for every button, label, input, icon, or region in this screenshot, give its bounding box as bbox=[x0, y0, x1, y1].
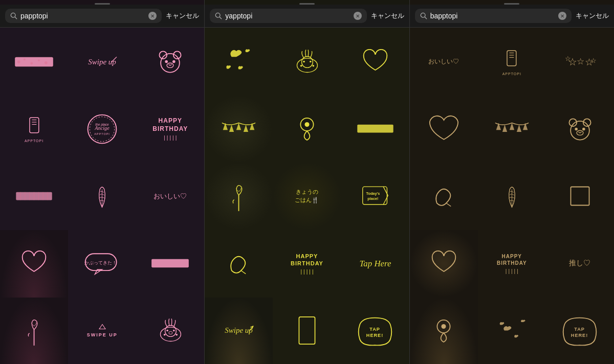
svg-point-7 bbox=[45, 61, 48, 64]
svg-marker-86 bbox=[510, 123, 514, 130]
sticker-feather-gold[interactable] bbox=[478, 162, 546, 230]
search-bar-2: ✕ キャンセル bbox=[205, 5, 409, 28]
svg-point-49 bbox=[297, 58, 317, 72]
sticker-happy-birthday-yellow[interactable]: HAPPYBIRTHDAY | | | | | bbox=[273, 230, 341, 298]
search-input-1[interactable] bbox=[20, 12, 145, 20]
search-bar-1: ✕ キャンセル bbox=[0, 5, 204, 28]
search-input-wrap-2[interactable]: ✕ bbox=[210, 9, 366, 23]
svg-rect-70 bbox=[299, 317, 315, 344]
svg-point-53 bbox=[300, 64, 302, 66]
svg-point-52 bbox=[310, 60, 312, 62]
svg-point-43 bbox=[173, 330, 175, 332]
search-input-wrap-3[interactable]: ✕ bbox=[415, 9, 572, 23]
sticker-bunting-yellow[interactable] bbox=[205, 95, 273, 163]
svg-rect-37 bbox=[151, 259, 189, 267]
cancel-button-3[interactable]: キャンセル bbox=[576, 11, 609, 20]
svg-text:HERE!: HERE! bbox=[366, 333, 383, 338]
svg-text:TAP: TAP bbox=[575, 326, 585, 331]
svg-text:Swipe up: Swipe up bbox=[225, 326, 253, 334]
sticker-location-pin-gold[interactable] bbox=[410, 297, 478, 364]
svg-text:HERE!: HERE! bbox=[571, 333, 588, 338]
svg-line-1 bbox=[15, 17, 17, 19]
sticker-phone-apptopi-gold[interactable]: APPTOPI bbox=[478, 28, 546, 96]
sticker-rectangle-outline-yellow[interactable] bbox=[273, 297, 341, 364]
svg-point-45 bbox=[164, 334, 166, 336]
clear-button-3[interactable]: ✕ bbox=[558, 12, 566, 20]
sticker-tap-here-badge-yellow[interactable]: TAP HERE! bbox=[341, 297, 409, 364]
sticker-grid-1: Swipe up bbox=[0, 28, 204, 364]
sticker-phone-apptopi[interactable]: APPTOPI bbox=[0, 95, 68, 163]
sticker-bear-gold[interactable] bbox=[546, 95, 614, 163]
clear-button-1[interactable]: ✕ bbox=[148, 12, 157, 20]
sticker-cursive-yellow[interactable] bbox=[205, 230, 273, 298]
sticker-hedgehog-pink[interactable] bbox=[136, 297, 204, 364]
sticker-hedgehog-yellow[interactable] bbox=[273, 28, 341, 96]
svg-point-5 bbox=[31, 62, 33, 64]
svg-marker-85 bbox=[502, 125, 507, 132]
sticker-badge-circle[interactable]: the place Ancige APPTOPI bbox=[68, 95, 136, 163]
sticker-rectangle-outline-gold[interactable] bbox=[546, 162, 614, 230]
column-bapptopi: ✕ キャンセル おいしい♡ APPTOPI bbox=[410, 0, 614, 364]
svg-text:かぶってきた！: かぶってきた！ bbox=[84, 260, 117, 265]
svg-point-46 bbox=[176, 334, 178, 336]
sticker-todays-place-flag[interactable]: Today's place! bbox=[341, 162, 409, 230]
svg-text:place!: place! bbox=[367, 196, 378, 201]
svg-text:Tap Here: Tap Here bbox=[359, 259, 391, 268]
sticker-cursive-gold[interactable] bbox=[410, 162, 478, 230]
svg-point-61 bbox=[304, 122, 309, 127]
sticker-bunting-gold[interactable] bbox=[478, 95, 546, 163]
svg-text:TAP: TAP bbox=[369, 326, 380, 331]
search-icon-3 bbox=[420, 12, 427, 19]
sticker-swipe-up-script[interactable]: Swipe up bbox=[68, 28, 136, 96]
svg-point-93 bbox=[582, 127, 585, 130]
svg-text:Ancige: Ancige bbox=[94, 125, 109, 131]
sticker-tap-here-script[interactable]: Tap Here bbox=[341, 230, 409, 298]
search-bar-3: ✕ キャンセル bbox=[410, 5, 614, 28]
sticker-swipe-up-script-yellow[interactable]: Swipe up bbox=[205, 297, 273, 364]
sticker-happy-birthday-gold[interactable]: HAPPYBIRTHDAY | | | | | bbox=[478, 230, 546, 298]
cancel-button-1[interactable]: キャンセル bbox=[166, 11, 199, 20]
sticker-stars-gold[interactable]: ☆ ☆ ☆ ☆ ☆ bbox=[546, 28, 614, 96]
sticker-heart-outline-gold[interactable] bbox=[410, 95, 478, 163]
svg-marker-39 bbox=[99, 325, 105, 329]
sticker-oishi-pink[interactable]: おいしい♡ bbox=[136, 162, 204, 230]
sticker-heart-outline-gold2[interactable] bbox=[410, 230, 478, 298]
search-input-3[interactable] bbox=[430, 12, 555, 20]
sticker-washi-tape-pink[interactable] bbox=[0, 28, 68, 96]
svg-point-4 bbox=[24, 58, 26, 60]
search-input-wrap-1[interactable]: ✕ bbox=[5, 9, 162, 23]
sticker-speech-bubble[interactable]: かぶってきた！ bbox=[68, 230, 136, 298]
sticker-heart-outline-pink[interactable] bbox=[0, 230, 68, 298]
svg-rect-2 bbox=[15, 57, 53, 66]
sticker-grid-3: おいしい♡ APPTOPI ☆ ☆ ☆ ☆ bbox=[410, 28, 614, 364]
sticker-grid-2: きょうのごはん🍴 Today's place! HAPPYB bbox=[205, 28, 409, 364]
svg-marker-87 bbox=[517, 125, 521, 132]
sticker-tape-solid-pink[interactable] bbox=[136, 230, 204, 298]
sticker-swipe-up-caps-pink[interactable]: SWIPE UP bbox=[68, 297, 136, 364]
column-yapptopi: ✕ キャンセル bbox=[205, 0, 409, 364]
sticker-rose-pink[interactable] bbox=[0, 297, 68, 364]
sticker-feather-pink[interactable] bbox=[68, 162, 136, 230]
sticker-washi-tape-yellow[interactable] bbox=[341, 95, 409, 163]
svg-text:APPTOPI: APPTOPI bbox=[94, 132, 110, 135]
svg-point-3 bbox=[17, 60, 20, 63]
sticker-location-pin-yellow[interactable] bbox=[273, 95, 341, 163]
sticker-oishi-gold[interactable]: おいしい♡ bbox=[410, 28, 478, 96]
sticker-rose-yellow[interactable] bbox=[205, 162, 273, 230]
sticker-search-panel: ✕ キャンセル Swipe up bbox=[0, 0, 614, 364]
sticker-hearts-scatter[interactable] bbox=[205, 28, 273, 96]
cancel-button-2[interactable]: キャンセル bbox=[371, 11, 404, 20]
sticker-tap-here-badge-gold[interactable]: TAP HERE! bbox=[546, 297, 614, 364]
sticker-heart-outline-yellow[interactable] bbox=[341, 28, 409, 96]
svg-rect-62 bbox=[357, 125, 393, 133]
clear-button-2[interactable]: ✕ bbox=[354, 12, 362, 20]
sticker-oshi-love[interactable]: 推し♡ bbox=[546, 230, 614, 298]
sticker-stripe-pink[interactable] bbox=[0, 162, 68, 230]
sticker-hearts-scatter-gold[interactable] bbox=[478, 297, 546, 364]
sticker-kyou-no-gohan[interactable]: きょうのごはん🍴 bbox=[273, 162, 341, 230]
sticker-happy-birthday-pink[interactable]: HAPPYBIRTHDAY | | | | | bbox=[136, 95, 204, 163]
sticker-bear-pink[interactable] bbox=[136, 28, 204, 96]
svg-point-13 bbox=[165, 60, 168, 63]
svg-point-42 bbox=[166, 330, 168, 332]
search-input-2[interactable] bbox=[225, 12, 350, 20]
